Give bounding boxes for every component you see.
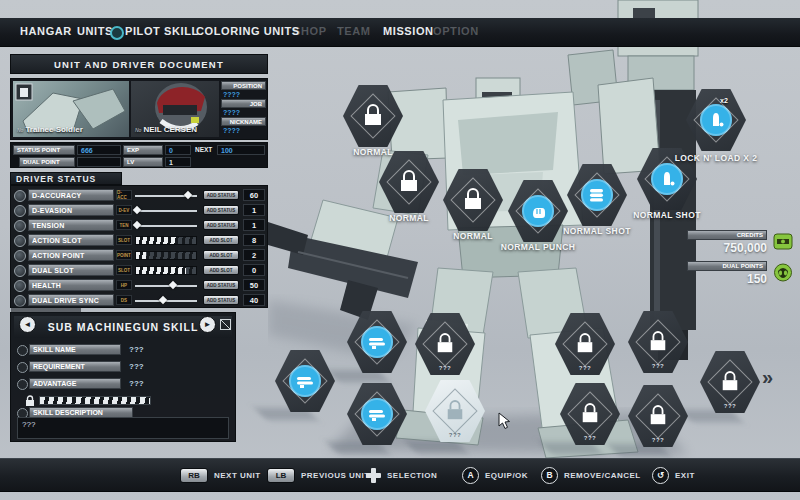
stat-slider[interactable] (135, 206, 197, 215)
stat-tag: POINT (116, 250, 132, 260)
skill-slot-locked-6[interactable]: ??? (700, 351, 760, 413)
nickname-value: ???? (221, 127, 266, 135)
next-label: NEXT (195, 146, 212, 153)
locked-slot-label: ??? (628, 437, 688, 443)
stat-slider[interactable] (135, 281, 197, 290)
locked-slot-label: ??? (628, 363, 688, 369)
nav-shop[interactable]: SHOP (293, 25, 327, 37)
add-slot-button[interactable]: ADD SLOT (203, 250, 239, 260)
equip-slot-normal-3[interactable] (443, 169, 503, 231)
unit-thumbnail[interactable]: NoTrainee Soldier (13, 81, 129, 137)
skill-description-text: ??? (17, 417, 229, 439)
controls-bar: RB NEXT UNIT LB PREVIOUS UNIT SELECTION … (0, 458, 800, 492)
status-point-value: 666 (77, 145, 121, 155)
slot-label: NORMAL SHOT (612, 210, 722, 220)
nav-hangar[interactable]: HANGAR (20, 25, 72, 37)
stat-value: 50 (243, 279, 265, 291)
diamond-frame (282, 358, 327, 403)
expand-icon[interactable] (220, 319, 231, 330)
next-unit-hint[interactable]: RB NEXT UNIT (180, 459, 261, 491)
stat-name: DUAL DRIVE SYNC (28, 294, 114, 306)
equip-slot-normal-shot-2[interactable] (637, 148, 697, 210)
stat-value: 1 (243, 204, 265, 216)
panel-title: UNIT AND DRIVER DOCUMENT (10, 54, 268, 74)
next-page-chevron[interactable]: » (762, 366, 771, 389)
stat-segment-bar[interactable] (135, 251, 197, 260)
stat-icon (14, 205, 26, 217)
lv-value: 1 (165, 157, 191, 167)
skill-panel-tab (11, 306, 81, 313)
stat-name: DUAL SLOT (28, 264, 114, 276)
pilot-thumbnail[interactable]: NoNEIL CERSEN (131, 81, 219, 137)
skill-slot-locked-4[interactable]: ??? (560, 383, 620, 445)
slot-label: NORMAL (418, 231, 528, 241)
stat-tag: D-ACC (116, 190, 132, 200)
stat-name: TENSION (28, 219, 114, 231)
skill-slot-locked-5[interactable]: ??? (628, 385, 688, 447)
stat-row-health: HEALTH HP ADD STATUS 50 (10, 279, 268, 292)
equip-slot-normal-1[interactable] (343, 85, 403, 147)
skill-slot-locked-3[interactable]: ??? (628, 311, 688, 373)
stat-value: 40 (243, 294, 265, 306)
equip-slot-normal-shot-1[interactable] (567, 164, 627, 226)
locked-slot-label: ??? (700, 403, 760, 409)
credits-label: CREDITS (687, 230, 767, 240)
prev-skill-button[interactable]: ◄ (19, 316, 36, 333)
add-slot-button[interactable]: ADD SLOT (203, 265, 239, 275)
stat-tag: D-EV (116, 205, 132, 215)
bullet-dot-icon (17, 345, 28, 356)
stat-name: D-EVASION (28, 204, 114, 216)
add-status-button[interactable]: ADD STATUS (203, 190, 239, 200)
advantage-value: ??? (129, 379, 144, 388)
hint-label: SELECTION (387, 471, 437, 480)
diamond-frame (386, 159, 431, 204)
unit-name: Trainee Soldier (25, 125, 82, 134)
skill-slot-smg-3[interactable] (347, 383, 407, 445)
stat-segment-bar[interactable] (135, 266, 197, 275)
equip-slot-normal-punch[interactable] (508, 180, 568, 242)
add-status-button[interactable]: ADD STATUS (203, 220, 239, 230)
equip-slot-normal-2[interactable] (379, 151, 439, 213)
advantage-label: ADVANTAGE (29, 378, 121, 389)
credits-value: 750,000 (687, 241, 767, 255)
skill-slot-smg-1[interactable] (275, 350, 335, 412)
add-slot-button[interactable]: ADD SLOT (203, 235, 239, 245)
stat-slider[interactable] (135, 191, 197, 200)
stat-segment-bar[interactable] (135, 236, 197, 245)
skill-slot-locked-1[interactable]: ??? (415, 313, 475, 375)
credits-icon (773, 232, 793, 251)
x2-badge: x2 (720, 97, 728, 104)
bullet-dot-icon (17, 362, 28, 373)
stat-name: ACTION POINT (28, 249, 114, 261)
nav-units[interactable]: UNITS (77, 25, 113, 37)
add-status-button[interactable]: ADD STATUS (203, 205, 239, 215)
skill-slot-smg-2[interactable] (347, 311, 407, 373)
previous-unit-hint[interactable]: LB PREVIOUS UNIT (267, 459, 370, 491)
skill-name-label: SKILL NAME (29, 344, 121, 355)
skill-slot-selected[interactable]: ??? (425, 380, 485, 442)
stat-value: 1 (243, 219, 265, 231)
add-status-button[interactable]: ADD STATUS (203, 280, 239, 290)
a-button-icon: A (462, 467, 479, 484)
stat-tag: HP (116, 280, 132, 290)
stat-value: 0 (243, 264, 265, 276)
pilot-skill-icon (110, 26, 124, 40)
stat-slider[interactable] (135, 296, 197, 305)
skill-slot-locked-2[interactable]: ??? (555, 313, 615, 375)
next-skill-button[interactable]: ► (199, 316, 216, 333)
stat-slider[interactable] (135, 221, 197, 230)
equip-slot-lock-n-load[interactable] (686, 89, 746, 151)
selection-hint[interactable]: SELECTION (366, 459, 437, 491)
nav-option[interactable]: OPTION (433, 25, 479, 37)
nav-team[interactable]: TEAM (337, 25, 371, 37)
nav-coloring-units[interactable]: COLORING UNITS (196, 25, 300, 37)
exit-hint[interactable]: ↺ EXIT (652, 459, 695, 491)
remove-cancel-hint[interactable]: B REMOVE/CANCEL (541, 459, 641, 491)
dual-points-label: DUAL POINTS (687, 261, 767, 271)
slot-label: NORMAL (354, 213, 464, 223)
nav-pilot-skill[interactable]: PILOT SKILL (125, 25, 199, 37)
add-status-button[interactable]: ADD STATUS (203, 295, 239, 305)
nav-mission[interactable]: MISSION (383, 25, 434, 37)
equip-ok-hint[interactable]: A EQUIP/OK (462, 459, 528, 491)
stat-name: D-ACCURACY (28, 189, 114, 201)
